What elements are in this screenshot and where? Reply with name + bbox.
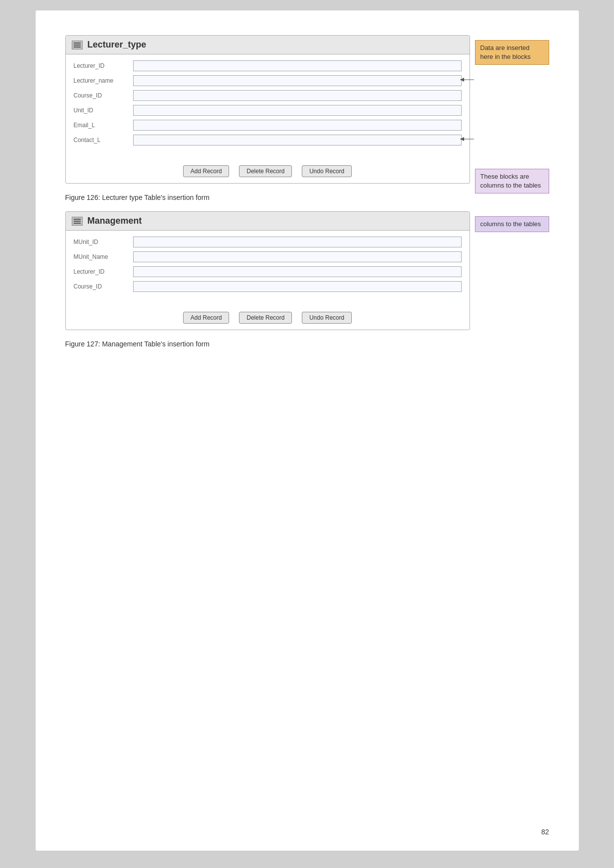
lecturer-form-buttons: Add Record Delete Record Undo Record: [66, 165, 470, 177]
columns-annotation: These blocks are columns to the tables: [475, 169, 549, 193]
email-input[interactable]: [133, 120, 462, 131]
lecturer-type-form-body: Lecturer_ID Lecturer_name Course_ID Unit…: [66, 54, 470, 157]
lecturer-type-form: Lecturer_type Lecturer_ID Lecturer_name …: [65, 35, 470, 184]
management-add-record-button[interactable]: Add Record: [183, 312, 229, 324]
form-row-lecturer-name: Lecturer_name: [74, 75, 462, 86]
form-row-email: Email_L: [74, 120, 462, 131]
mgmt-course-id-input[interactable]: [133, 281, 462, 292]
management-columns-annotation: columns to the tables: [475, 216, 549, 232]
contact-label: Contact_L: [74, 137, 133, 144]
lecturer-id-input[interactable]: [133, 60, 462, 71]
lecturer-add-record-button[interactable]: Add Record: [183, 165, 229, 177]
management-undo-record-button[interactable]: Undo Record: [302, 312, 352, 324]
form-row-munit-name: MUnit_Name: [74, 251, 462, 262]
form-row-unit-id: Unit_ID: [74, 105, 462, 116]
lecturer-name-input[interactable]: [133, 75, 462, 86]
unit-id-input[interactable]: [133, 105, 462, 116]
course-id-label: Course_ID: [74, 92, 133, 99]
page: Lecturer_type Lecturer_ID Lecturer_name …: [35, 10, 579, 851]
management-form-header: Management: [66, 212, 470, 231]
management-form-title: Management: [88, 216, 142, 226]
data-inserted-annotation: Data are inserted here in the blocks: [475, 40, 549, 65]
form-row-mgmt-lecturer-id: Lecturer_ID: [74, 266, 462, 277]
form-row-lecturer-id: Lecturer_ID: [74, 60, 462, 71]
contact-input[interactable]: [133, 135, 462, 145]
management-form-icon: [72, 217, 83, 226]
management-form: Management MUnit_ID MUnit_Name Lecturer_…: [65, 211, 470, 330]
form-row-course-id: Course_ID: [74, 90, 462, 101]
munit-name-label: MUnit_Name: [74, 253, 133, 260]
munit-id-label: MUnit_ID: [74, 239, 133, 245]
email-label: Email_L: [74, 122, 133, 129]
munit-id-input[interactable]: [133, 237, 462, 247]
lecturer-name-label: Lecturer_name: [74, 77, 133, 84]
mgmt-lecturer-id-label: Lecturer_ID: [74, 268, 133, 275]
lecturer-undo-record-button[interactable]: Undo Record: [302, 165, 352, 177]
munit-name-input[interactable]: [133, 251, 462, 262]
lecturer-id-label: Lecturer_ID: [74, 62, 133, 69]
lecturer-type-form-title: Lecturer_type: [88, 40, 146, 50]
course-id-input[interactable]: [133, 90, 462, 101]
figure-126-caption: Figure 126: Lecturer type Table's insert…: [65, 193, 549, 201]
management-form-buttons: Add Record Delete Record Undo Record: [66, 312, 470, 324]
mgmt-course-id-label: Course_ID: [74, 283, 133, 290]
unit-id-label: Unit_ID: [74, 107, 133, 114]
lecturer-delete-record-button[interactable]: Delete Record: [239, 165, 292, 177]
mgmt-lecturer-id-input[interactable]: [133, 266, 462, 277]
management-form-body: MUnit_ID MUnit_Name Lecturer_ID Course_I…: [66, 231, 470, 304]
form-row-mgmt-course-id: Course_ID: [74, 281, 462, 292]
page-number: 82: [541, 828, 549, 836]
figure-127-caption: Figure 127: Management Table's insertion…: [65, 340, 549, 348]
form-header-icon: [72, 41, 83, 49]
management-delete-record-button[interactable]: Delete Record: [239, 312, 292, 324]
lecturer-type-form-header: Lecturer_type: [66, 36, 470, 54]
form-row-contact: Contact_L: [74, 135, 462, 145]
form-row-munit-id: MUnit_ID: [74, 237, 462, 247]
